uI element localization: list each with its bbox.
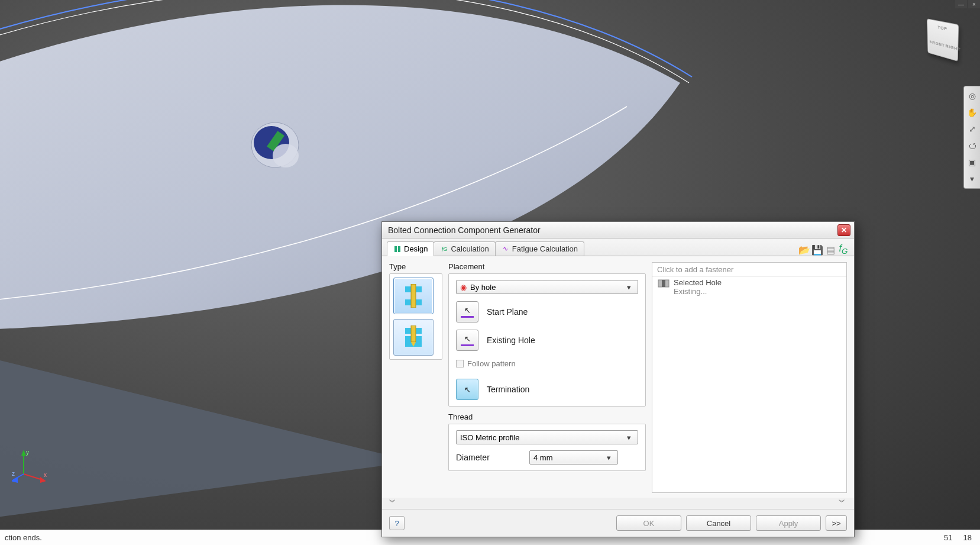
- chevron-down-icon: ▾: [623, 433, 634, 442]
- chevron-down-icon: ▾: [603, 453, 614, 462]
- expand-left-chevron[interactable]: ︾: [389, 498, 397, 507]
- close-window-button[interactable]: ×: [968, 0, 980, 8]
- options-button[interactable]: ▤: [824, 244, 836, 256]
- add-fastener-hint[interactable]: Click to add a fastener: [652, 263, 846, 277]
- calculation-tab-icon: fG: [440, 245, 448, 253]
- type-blind-button[interactable]: [393, 319, 434, 356]
- thread-group: ISO Metric profile ▾ Diameter 4 mm ▾: [448, 424, 646, 471]
- svg-marker-5: [21, 450, 26, 456]
- save-button[interactable]: 💾: [811, 244, 823, 256]
- svg-text:y: y: [26, 449, 29, 456]
- fastener-item[interactable]: Selected Hole Existing...: [652, 277, 846, 297]
- follow-pattern-row: Follow pattern: [456, 359, 638, 368]
- start-plane-picker[interactable]: ↖: [456, 301, 478, 323]
- axis-triad: y x z: [12, 447, 47, 483]
- more-button[interactable]: >>: [826, 515, 847, 531]
- follow-pattern-checkbox[interactable]: [456, 360, 464, 367]
- dialog-titlebar[interactable]: Bolted Connection Component Generator ✕: [382, 222, 854, 238]
- cursor-icon: ↖: [464, 306, 471, 315]
- diameter-label: Diameter: [456, 453, 521, 462]
- steering-wheel-icon[interactable]: ◎: [966, 90, 978, 102]
- cursor-icon: ↖: [464, 385, 471, 394]
- placement-mode-dropdown[interactable]: ◉ By hole ▾: [456, 280, 638, 294]
- open-file-button[interactable]: 📂: [798, 244, 810, 256]
- follow-pattern-label: Follow pattern: [467, 359, 516, 368]
- picker-underline: [461, 316, 474, 318]
- svg-text:z: z: [12, 470, 15, 477]
- cursor-icon: ↖: [464, 334, 471, 343]
- picker-underline: [461, 344, 474, 346]
- zoom-icon[interactable]: ⤢: [966, 123, 978, 135]
- tab-fatigue[interactable]: ∿ Fatigue Calculation: [495, 241, 584, 256]
- minimize-button[interactable]: —: [955, 0, 967, 8]
- help-icon: ?: [394, 519, 399, 528]
- svg-rect-13: [394, 246, 397, 252]
- fastener-line2: Existing...: [674, 287, 722, 296]
- viewcube-right-label: RIGHT: [946, 43, 961, 52]
- thread-section-label: Thread: [448, 412, 646, 421]
- svg-rect-17: [411, 284, 416, 308]
- type-group: [389, 273, 442, 360]
- fx-icon: fG: [839, 243, 848, 256]
- tab-label: Design: [404, 244, 428, 253]
- navigation-bar: ◎ ✋ ⤢ ⭯ ▣ ▾: [963, 86, 980, 189]
- fatigue-tab-icon: ∿: [502, 245, 510, 253]
- nav-more-icon[interactable]: ▾: [966, 173, 978, 185]
- save-icon: 💾: [811, 244, 823, 256]
- svg-rect-22: [662, 280, 665, 287]
- termination-picker[interactable]: ↖: [456, 379, 478, 400]
- viewcube[interactable]: TOP FRONT RIGHT: [923, 21, 961, 59]
- diameter-value: 4 mm: [533, 453, 553, 462]
- dialog-close-button[interactable]: ✕: [837, 224, 850, 236]
- help-button[interactable]: ?: [389, 516, 405, 530]
- cancel-button[interactable]: Cancel: [686, 515, 751, 531]
- through-bolt-icon: [403, 284, 424, 308]
- window-controls: — ×: [955, 0, 980, 8]
- fastener-list: Click to add a fastener Selected Hole Ex…: [652, 262, 847, 493]
- type-section-label: Type: [389, 262, 442, 271]
- status-text: ction ends.: [5, 533, 42, 542]
- target-icon: ◉: [460, 283, 467, 292]
- existing-hole-picker[interactable]: ↖: [456, 330, 478, 351]
- diameter-dropdown[interactable]: 4 mm ▾: [529, 450, 618, 465]
- blind-bolt-icon: [403, 325, 424, 349]
- termination-label: Termination: [487, 385, 529, 394]
- placement-group: ◉ By hole ▾ ↖ Start Plane ↖: [448, 273, 646, 407]
- expand-right-chevron[interactable]: ︾: [839, 498, 847, 507]
- svg-text:x: x: [44, 472, 47, 478]
- viewcube-front-label: FRONT: [930, 39, 945, 48]
- svg-point-3: [273, 144, 299, 167]
- svg-line-7: [24, 474, 43, 480]
- svg-rect-20: [411, 325, 416, 342]
- tab-calculation[interactable]: fG Calculation: [434, 241, 495, 256]
- hole-icon: [657, 278, 670, 289]
- existing-hole-label: Existing Hole: [487, 336, 535, 345]
- orbit-icon[interactable]: ⭯: [966, 140, 978, 151]
- bolted-connection-dialog: Bolted Connection Component Generator ✕ …: [381, 221, 855, 537]
- thread-profile-value: ISO Metric profile: [460, 433, 519, 442]
- tab-label: Fatigue Calculation: [512, 244, 578, 253]
- thread-profile-dropdown[interactable]: ISO Metric profile ▾: [456, 430, 638, 444]
- chevron-down-icon: ▾: [623, 283, 634, 292]
- apply-button[interactable]: Apply: [756, 515, 821, 531]
- tab-design[interactable]: Design: [387, 241, 434, 256]
- svg-marker-11: [12, 477, 18, 483]
- placement-section-label: Placement: [448, 262, 646, 271]
- pan-icon[interactable]: ✋: [966, 107, 978, 118]
- folder-open-icon: 📂: [798, 244, 810, 256]
- viewcube-top-label: TOP: [938, 25, 947, 32]
- fx-button[interactable]: fG: [837, 244, 849, 256]
- start-plane-label: Start Plane: [487, 307, 528, 317]
- placement-mode-value: By hole: [470, 283, 496, 292]
- dialog-button-row: ? OK Cancel Apply >>: [382, 509, 854, 537]
- close-icon: ✕: [841, 226, 847, 234]
- lookat-icon[interactable]: ▣: [966, 156, 978, 168]
- dialog-tabs: Design fG Calculation ∿ Fatigue Calculat…: [382, 238, 854, 256]
- svg-rect-14: [398, 246, 400, 252]
- type-through-button[interactable]: [393, 278, 434, 314]
- design-tab-icon: [393, 245, 402, 253]
- options-icon: ▤: [826, 244, 835, 256]
- fastener-line1: Selected Hole: [674, 278, 722, 287]
- status-value-1: 51: [944, 533, 952, 542]
- ok-button[interactable]: OK: [616, 515, 681, 531]
